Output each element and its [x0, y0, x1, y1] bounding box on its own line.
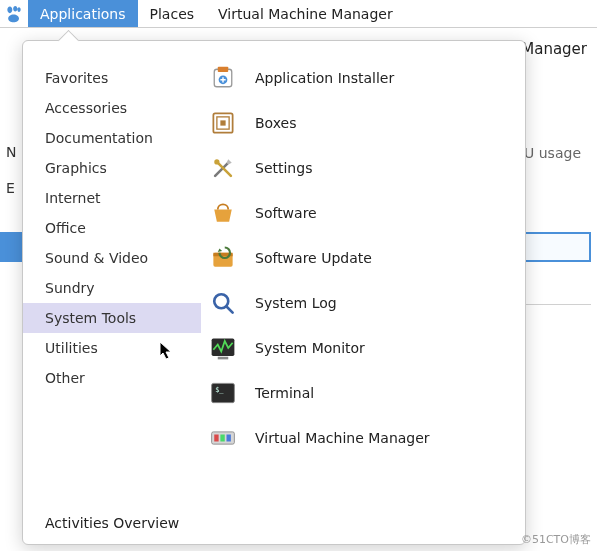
activities-label: Activities Overview	[45, 515, 179, 531]
edge-letter: N	[6, 144, 16, 160]
category-office[interactable]: Office	[23, 213, 201, 243]
cpu-usage-label-fragment: U usage	[524, 145, 581, 161]
svg-rect-1	[218, 66, 229, 71]
category-utilities[interactable]: Utilities	[23, 333, 201, 363]
app-label: Boxes	[255, 115, 297, 131]
category-sound-video[interactable]: Sound & Video	[23, 243, 201, 273]
app-label: System Monitor	[255, 340, 365, 356]
app-label: Software Update	[255, 250, 372, 266]
boxes-icon	[209, 109, 237, 137]
panel-item-label: Places	[150, 6, 195, 22]
app-label: System Log	[255, 295, 337, 311]
svg-rect-16	[220, 434, 224, 441]
gnome-foot-icon	[4, 4, 24, 24]
category-label: Utilities	[45, 340, 98, 356]
category-label: Accessories	[45, 100, 127, 116]
app-label: Software	[255, 205, 317, 221]
software-icon	[209, 199, 237, 227]
application-installer-icon	[209, 64, 237, 92]
app-label: Virtual Machine Manager	[255, 430, 430, 446]
category-label: Internet	[45, 190, 101, 206]
activities-overview[interactable]: Activities Overview	[23, 502, 201, 544]
svg-rect-15	[214, 434, 218, 441]
category-label: Sound & Video	[45, 250, 148, 266]
app-label: Terminal	[255, 385, 314, 401]
system-log-icon	[209, 289, 237, 317]
svg-text:$_: $_	[215, 386, 224, 394]
app-boxes[interactable]: Boxes	[201, 100, 525, 145]
category-label: Sundry	[45, 280, 95, 296]
app-list: Application Installer Boxes Settings Sof…	[201, 41, 525, 544]
category-accessories[interactable]: Accessories	[23, 93, 201, 123]
panel-menu-applications[interactable]: Applications	[28, 0, 138, 27]
app-settings[interactable]: Settings	[201, 145, 525, 190]
divider	[521, 304, 591, 305]
watermark: ©51CTO博客	[521, 532, 591, 547]
category-label: Favorites	[45, 70, 108, 86]
category-system-tools[interactable]: System Tools	[23, 303, 201, 333]
software-update-icon	[209, 244, 237, 272]
panel-menu-places[interactable]: Places	[138, 0, 207, 27]
category-documentation[interactable]: Documentation	[23, 123, 201, 153]
category-sundry[interactable]: Sundry	[23, 273, 201, 303]
top-panel: Applications Places Virtual Machine Mana…	[0, 0, 597, 28]
app-application-installer[interactable]: Application Installer	[201, 55, 525, 100]
svg-rect-17	[227, 434, 231, 441]
settings-icon	[209, 154, 237, 182]
window-title-fragment: Manager	[521, 40, 587, 58]
app-software[interactable]: Software	[201, 190, 525, 235]
terminal-icon: $_	[209, 379, 237, 407]
category-graphics[interactable]: Graphics	[23, 153, 201, 183]
app-label: Settings	[255, 160, 312, 176]
panel-item-label: Applications	[40, 6, 126, 22]
app-terminal[interactable]: $_ Terminal	[201, 370, 525, 415]
app-software-update[interactable]: Software Update	[201, 235, 525, 280]
panel-menu-vmm[interactable]: Virtual Machine Manager	[206, 0, 405, 27]
category-label: Other	[45, 370, 85, 386]
vm-list-row-selected-fragment[interactable]	[521, 232, 591, 262]
category-list: Favorites Accessories Documentation Grap…	[23, 41, 201, 544]
category-label: Documentation	[45, 130, 153, 146]
applications-menu: Favorites Accessories Documentation Grap…	[22, 40, 526, 545]
category-label: Graphics	[45, 160, 107, 176]
app-system-log[interactable]: System Log	[201, 280, 525, 325]
app-virtual-machine-manager[interactable]: Virtual Machine Manager	[201, 415, 525, 460]
spacer	[23, 393, 201, 502]
category-internet[interactable]: Internet	[23, 183, 201, 213]
app-label: Application Installer	[255, 70, 394, 86]
category-other[interactable]: Other	[23, 363, 201, 393]
svg-rect-11	[218, 356, 229, 359]
app-system-monitor[interactable]: System Monitor	[201, 325, 525, 370]
svg-rect-5	[220, 120, 225, 125]
category-label: Office	[45, 220, 86, 236]
svg-point-6	[214, 159, 219, 164]
edge-letter: E	[6, 180, 15, 196]
virtual-machine-manager-icon	[209, 424, 237, 452]
category-favorites[interactable]: Favorites	[23, 63, 201, 93]
selected-row-strip	[0, 232, 22, 262]
system-monitor-icon	[209, 334, 237, 362]
category-label: System Tools	[45, 310, 136, 326]
panel-item-label: Virtual Machine Manager	[218, 6, 393, 22]
